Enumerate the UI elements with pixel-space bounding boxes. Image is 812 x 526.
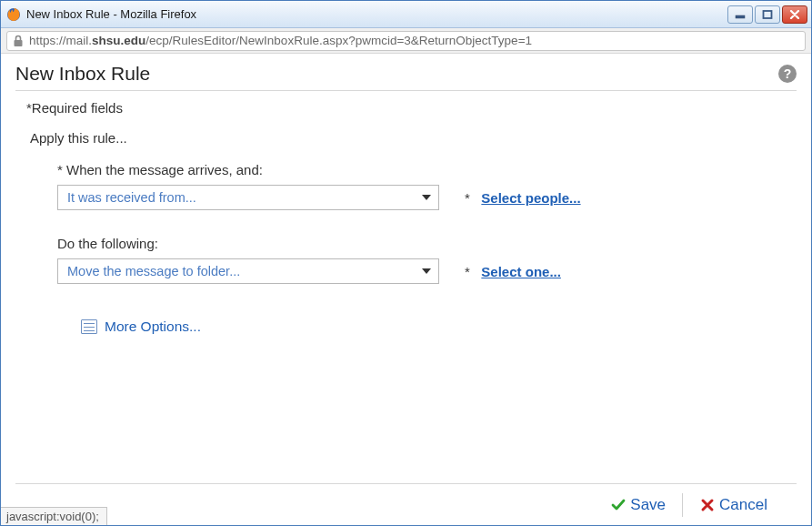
url-field[interactable]: https://mail.shsu.edu/ecp/RulesEditor/Ne… [6,31,806,51]
chevron-down-icon [422,195,431,200]
action-dropdown-value: Move the message to folder... [67,264,240,278]
lock-icon [13,35,24,47]
list-icon [81,319,97,334]
svg-rect-3 [15,40,23,46]
action-action-cell: * Select one... [465,264,561,279]
cancel-label: Cancel [719,496,767,514]
window-controls [727,5,807,24]
svg-rect-2 [764,11,772,18]
condition-section: * When the message arrives, and: It was … [21,162,791,210]
status-bar: javascript:void(0); [1,507,107,525]
required-asterisk: * [465,190,470,206]
form-area: *Required fields Apply this rule... * Wh… [15,100,797,483]
window-titlebar: New Inbox Rule - Mozilla Firefox [1,1,811,28]
chevron-down-icon [422,268,431,274]
divider [682,493,683,517]
page-title: New Inbox Rule [15,63,150,85]
more-options-link[interactable]: More Options... [21,319,201,335]
button-bar: Save Cancel [15,483,797,525]
required-asterisk: * [465,264,470,279]
condition-label: * When the message arrives, and: [57,162,791,177]
select-one-link[interactable]: Select one... [481,264,561,279]
x-icon [699,497,716,513]
more-options-label: More Options... [105,319,201,335]
condition-action-cell: * Select people... [465,190,581,206]
action-section: Do the following: Move the message to fo… [21,236,791,284]
minimize-button[interactable] [727,5,753,24]
help-icon[interactable]: ? [778,65,797,83]
address-bar: https://mail.shsu.edu/ecp/RulesEditor/Ne… [1,28,811,54]
cancel-button[interactable]: Cancel [699,496,767,514]
check-icon [610,497,627,513]
url-prefix: https://mail. [29,34,92,47]
maximize-button[interactable] [755,5,780,24]
action-label: Do the following: [57,236,791,251]
required-fields-label: *Required fields [21,100,791,116]
url-path: /ecp/RulesEditor/NewInboxRule.aspx?pwmci… [145,34,532,47]
content-area: New Inbox Rule ? *Required fields Apply … [1,54,811,525]
save-button[interactable]: Save [610,496,666,514]
svg-rect-1 [736,15,745,18]
page-header: New Inbox Rule ? [15,63,797,91]
firefox-icon [6,7,21,22]
url-host: shsu.edu [92,34,145,47]
select-people-link[interactable]: Select people... [481,190,580,206]
window-title: New Inbox Rule - Mozilla Firefox [26,7,727,21]
save-label: Save [630,496,666,514]
apply-rule-label: Apply this rule... [21,130,791,146]
condition-dropdown-value: It was received from... [67,190,196,205]
close-button[interactable] [782,5,807,24]
condition-dropdown[interactable]: It was received from... [57,185,439,210]
action-dropdown[interactable]: Move the message to folder... [57,258,439,284]
